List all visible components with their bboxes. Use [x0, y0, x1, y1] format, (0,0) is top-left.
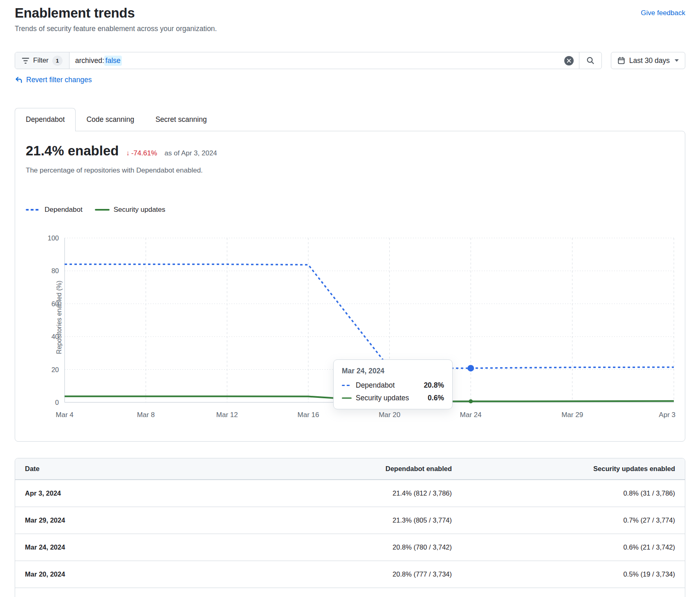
- cell-dependabot: 21.4% (812 / 3,786): [238, 489, 462, 497]
- cell-security-updates: 0.5% (19 / 3,734): [462, 570, 685, 578]
- legend-label: Dependabot: [45, 206, 83, 214]
- column-header-security-updates: Security updates enabled: [462, 465, 685, 473]
- as-of-date: as of Apr 3, 2024: [164, 149, 217, 157]
- svg-text:100: 100: [47, 234, 59, 242]
- filter-icon: [22, 57, 29, 65]
- table-row: Mar 20, 2024 20.8% (777 / 3,734) 0.5% (1…: [15, 561, 685, 588]
- filter-row: Filter 1 archived:false: [15, 52, 685, 69]
- chart-tooltip: Mar 24, 2024 Dependabot 20.8% Security u…: [333, 359, 453, 409]
- trend-chart[interactable]: Repositories enabled (%) 020406080100Mar…: [26, 220, 674, 425]
- revert-row: Revert filter changes: [15, 76, 685, 84]
- legend-item-dependabot: Dependabot: [26, 206, 83, 214]
- svg-text:Mar 4: Mar 4: [56, 411, 73, 419]
- legend-label: Security updates: [114, 206, 166, 214]
- page-subtitle: Trends of security feature enablement ac…: [15, 25, 685, 33]
- security-updates-line-swatch: [95, 209, 110, 211]
- cell-date: Mar 20, 2024: [15, 570, 238, 578]
- tooltip-row-security-updates: Security updates 0.6%: [342, 394, 444, 402]
- cell-date: Apr 3, 2024: [15, 489, 238, 497]
- undo-icon: [15, 76, 22, 84]
- cell-date: Mar 29, 2024: [15, 516, 238, 524]
- svg-text:Mar 20: Mar 20: [379, 411, 400, 419]
- panel-description: The percentage of repositories with Depe…: [26, 166, 674, 175]
- cell-security-updates: 0.7% (27 / 3,774): [462, 516, 685, 524]
- cell-dependabot: 21.3% (805 / 3,774): [238, 516, 462, 524]
- date-range-button[interactable]: Last 30 days: [611, 52, 685, 69]
- tab-dependabot[interactable]: Dependabot: [15, 108, 76, 131]
- page: Enablement trends Give feedback Trends o…: [0, 0, 700, 597]
- cell-security-updates: 0.8% (31 / 3,786): [462, 489, 685, 497]
- legend-item-security-updates: Security updates: [95, 206, 166, 214]
- column-header-dependabot: Dependabot enabled: [238, 465, 462, 473]
- tab-bar: Dependabot Code scanning Secret scanning: [15, 108, 685, 131]
- svg-text:20: 20: [52, 366, 59, 373]
- table-row: Mar 29, 2024 21.3% (805 / 3,774) 0.7% (2…: [15, 507, 685, 534]
- svg-text:Mar 12: Mar 12: [216, 411, 238, 419]
- delta-badge: ↓ -74.61%: [126, 149, 157, 157]
- tooltip-series-value: 0.6%: [428, 394, 444, 402]
- chart-legend: Dependabot Security updates: [26, 206, 674, 214]
- y-axis-title: Repositories enabled (%): [56, 268, 63, 366]
- svg-text:Apr 3: Apr 3: [659, 411, 675, 419]
- tooltip-date: Mar 24, 2024: [342, 367, 444, 375]
- search-button[interactable]: [579, 52, 601, 69]
- cell-security-updates: 0.6% (21 / 3,742): [462, 543, 685, 551]
- filter-button-label: Filter: [33, 56, 49, 65]
- filter-search-group: Filter 1 archived:false: [15, 52, 602, 69]
- cell-date: Mar 24, 2024: [15, 543, 238, 551]
- cell-dependabot: 20.8% (777 / 3,734): [238, 570, 462, 578]
- table-row-partial: [15, 588, 685, 597]
- filter-query-input[interactable]: archived:false: [70, 52, 564, 69]
- page-title: Enablement trends: [15, 5, 135, 21]
- search-icon: [586, 56, 595, 65]
- filter-button[interactable]: Filter 1: [15, 52, 70, 69]
- table-row: Mar 24, 2024 20.8% (780 / 3,742) 0.6% (2…: [15, 534, 685, 561]
- security-updates-line-swatch: [342, 397, 352, 399]
- headline-row: 21.4% enabled ↓ -74.61% as of Apr 3, 202…: [26, 143, 674, 159]
- calendar-icon: [617, 57, 625, 65]
- svg-text:Mar 16: Mar 16: [298, 411, 319, 419]
- dependabot-line-swatch: [26, 209, 40, 211]
- cell-dependabot: 20.8% (780 / 3,742): [238, 543, 462, 551]
- clear-filter-button[interactable]: [564, 56, 574, 65]
- enablement-table: Date Dependabot enabled Security updates…: [15, 458, 685, 597]
- tooltip-row-dependabot: Dependabot 20.8%: [342, 381, 444, 390]
- filter-count-badge: 1: [52, 56, 63, 66]
- dependabot-line-swatch: [342, 385, 352, 386]
- svg-text:0: 0: [55, 399, 59, 406]
- enablement-panel: 21.4% enabled ↓ -74.61% as of Apr 3, 202…: [15, 131, 685, 442]
- svg-text:Mar 8: Mar 8: [137, 411, 155, 419]
- svg-text:Mar 29: Mar 29: [561, 411, 583, 419]
- down-arrow-icon: ↓: [126, 149, 130, 157]
- table-row: Apr 3, 2024 21.4% (812 / 3,786) 0.8% (31…: [15, 480, 685, 507]
- revert-filter-link[interactable]: Revert filter changes: [26, 76, 92, 84]
- tooltip-series-label: Security updates: [356, 394, 409, 402]
- tooltip-series-label: Dependabot: [356, 381, 395, 390]
- give-feedback-link[interactable]: Give feedback: [641, 9, 685, 17]
- enabled-percentage: 21.4% enabled: [26, 143, 119, 159]
- table-header: Date Dependabot enabled Security updates…: [15, 458, 685, 480]
- svg-text:Mar 24: Mar 24: [460, 411, 482, 419]
- tab-code-scanning[interactable]: Code scanning: [76, 108, 145, 131]
- tab-secret-scanning[interactable]: Secret scanning: [145, 108, 218, 131]
- page-header: Enablement trends Give feedback: [15, 5, 685, 21]
- x-circle-icon: [567, 58, 571, 63]
- delta-value: -74.61%: [131, 149, 157, 157]
- date-range-label: Last 30 days: [629, 56, 670, 65]
- chevron-down-icon: [675, 59, 679, 62]
- tooltip-series-value: 20.8%: [424, 381, 444, 390]
- column-header-date: Date: [15, 465, 238, 473]
- query-token-key: archived:: [75, 56, 104, 65]
- query-token-value: false: [104, 56, 122, 66]
